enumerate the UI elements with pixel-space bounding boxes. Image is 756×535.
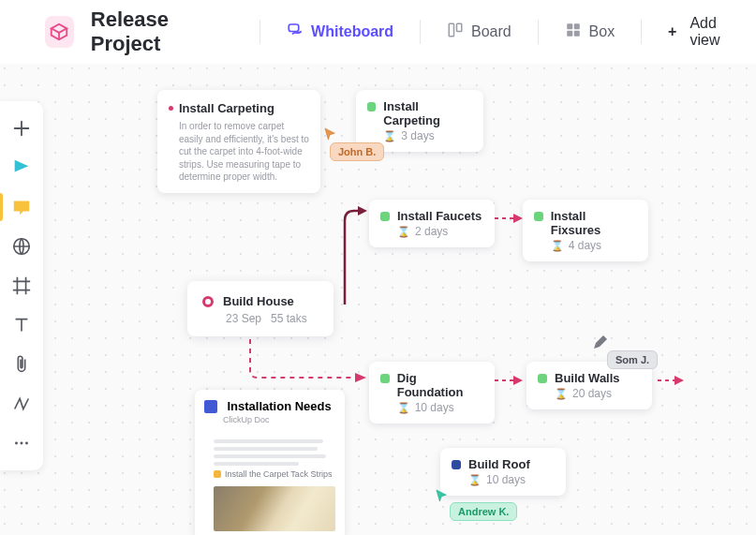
task-duration: 3 days [401, 129, 434, 142]
side-toolbar [0, 101, 43, 470]
status-dot [367, 102, 376, 111]
tab-whiteboard[interactable]: Whiteboard [274, 16, 407, 48]
svg-rect-6 [573, 31, 579, 37]
ring-icon [202, 296, 214, 307]
task-title: Install Faucets [397, 209, 482, 223]
hourglass-icon: ⌛ [397, 402, 410, 414]
status-dot [452, 460, 461, 469]
connector-arrow [656, 373, 688, 388]
tool-note[interactable] [0, 187, 43, 227]
tool-attach[interactable] [0, 345, 43, 384]
svg-rect-5 [567, 31, 572, 37]
task-card-dig[interactable]: Dig Foundation ⌛10 days [369, 362, 495, 424]
task-card-faucets[interactable]: Install Faucets ⌛2 days [369, 200, 495, 247]
note-title: Install Carpeting [179, 101, 274, 115]
task-duration: 10 days [486, 473, 526, 486]
doc-section: Install the Carpet Tack Strips [214, 469, 335, 479]
doc-title: Installation Needs [227, 399, 331, 413]
tool-web[interactable] [0, 227, 43, 266]
task-duration: 20 days [572, 387, 612, 400]
svg-rect-3 [567, 23, 572, 29]
hub-title: Build House [223, 294, 294, 308]
task-title: Install Fixsures [551, 209, 637, 237]
hourglass-icon: ⌛ [555, 388, 568, 400]
cursor-icon [436, 489, 449, 502]
project-icon [45, 16, 74, 48]
cursor-icon [324, 127, 337, 141]
divider [259, 20, 260, 44]
task-duration: 4 days [569, 239, 601, 252]
task-duration: 10 days [415, 401, 454, 414]
task-title: Build Walls [555, 371, 620, 385]
pencil-icon [592, 335, 607, 350]
tab-label: Board [471, 23, 511, 40]
task-title: Build Roof [468, 457, 530, 471]
status-dot [380, 374, 390, 383]
svg-rect-2 [456, 23, 461, 31]
connector-arrow [493, 211, 526, 226]
user-badge-som: Som J. [607, 350, 658, 369]
svg-rect-1 [449, 23, 453, 37]
tool-connector[interactable] [0, 384, 43, 424]
hub-card-build-house[interactable]: Build House 23 Sep 55 taks [187, 281, 334, 336]
plus-icon: + [668, 23, 676, 40]
tool-frame[interactable] [0, 266, 43, 305]
svg-rect-4 [573, 23, 579, 29]
divider [538, 20, 539, 44]
hourglass-icon: ⌛ [468, 474, 482, 486]
status-dot [380, 212, 390, 221]
whiteboard-icon [287, 22, 304, 42]
tool-pen[interactable] [0, 148, 43, 187]
task-duration: 2 days [415, 225, 448, 238]
task-card-roof[interactable]: Build Roof ⌛10 days [440, 448, 566, 496]
doc-icon [204, 400, 217, 413]
svg-point-9 [21, 442, 23, 445]
tool-more[interactable] [0, 424, 43, 463]
whiteboard-canvas[interactable]: Install Carpeting In order to remove car… [0, 64, 756, 535]
board-icon [447, 22, 464, 42]
status-dot [538, 374, 547, 383]
add-view-label: Add view [689, 15, 743, 49]
hourglass-icon: ⌛ [383, 130, 396, 142]
user-badge-john: John B. [330, 142, 384, 161]
note-card-install-carpeting[interactable]: Install Carpeting In order to remove car… [157, 90, 320, 193]
tab-box[interactable]: Box [552, 16, 629, 48]
add-view-button[interactable]: + Add view [655, 9, 756, 54]
doc-card[interactable]: Installation Needs ClickUp Doc Install t… [195, 390, 345, 535]
tab-label: Box [589, 23, 615, 40]
bullet-icon [169, 106, 173, 111]
tab-board[interactable]: Board [434, 16, 525, 48]
tool-add[interactable] [0, 109, 43, 148]
note-body: In order to remove carpet easily and eff… [179, 120, 309, 184]
hub-sub: 23 Sep 55 taks [226, 312, 319, 325]
status-dot [534, 212, 543, 221]
task-title: Dig Foundation [397, 371, 483, 399]
box-icon [565, 22, 582, 42]
page-title: Release Project [91, 7, 246, 56]
tab-label: Whiteboard [311, 23, 393, 40]
hourglass-icon: ⌛ [551, 240, 564, 252]
divider [641, 20, 642, 44]
task-title: Install Carpeting [383, 99, 472, 127]
hourglass-icon: ⌛ [397, 226, 410, 238]
doc-sub: ClickUp Doc [223, 415, 335, 424]
task-card-fixtures[interactable]: Install Fixsures ⌛4 days [523, 200, 648, 261]
top-bar: Release Project Whiteboard Board Box + [0, 0, 756, 64]
svg-rect-0 [289, 24, 299, 32]
doc-image [214, 486, 335, 531]
svg-point-10 [25, 442, 28, 445]
svg-point-8 [15, 442, 18, 445]
user-badge-andrew: Andrew K. [450, 502, 517, 521]
divider [420, 20, 421, 44]
tool-text[interactable] [0, 305, 43, 345]
doc-body: Install the Carpet Tack Strips [195, 432, 345, 484]
connector-arrow [493, 373, 526, 388]
